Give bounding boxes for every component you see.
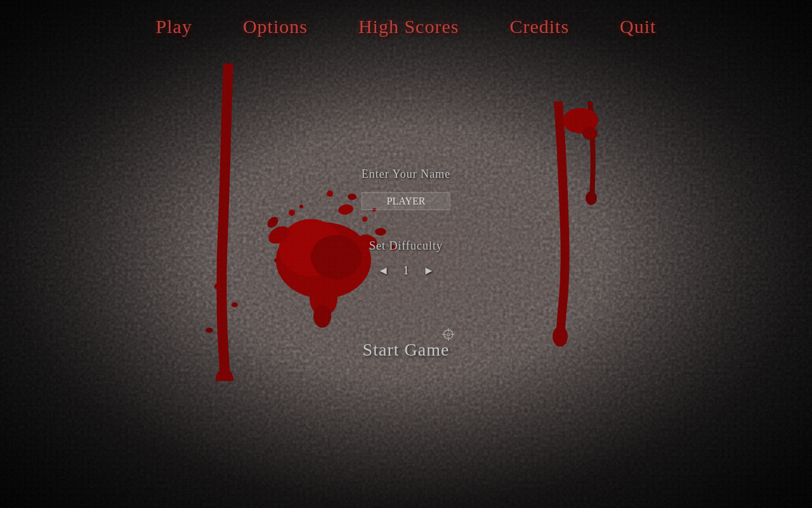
nav-quit[interactable]: Quit [620,16,656,37]
blood-drip-right [520,102,634,356]
difficulty-label: Set Diffuculty [369,239,443,253]
svg-point-17 [289,210,295,216]
difficulty-value: 1 [400,264,412,277]
svg-point-22 [274,258,278,262]
svg-point-5 [586,191,597,205]
svg-point-15 [337,203,354,216]
difficulty-increase-button[interactable]: ► [420,264,438,277]
svg-point-25 [313,305,331,328]
svg-point-10 [311,235,362,279]
start-game-label: Start Game [363,340,450,359]
svg-point-0 [216,368,233,381]
difficulty-decrease-button[interactable]: ◄ [374,264,392,277]
nav-highscores[interactable]: High Scores [358,16,459,37]
name-input[interactable] [362,192,450,210]
svg-point-16 [348,194,357,200]
crosshair-icon [442,328,454,341]
nav-options[interactable]: Options [243,16,308,37]
svg-point-2 [232,302,238,307]
svg-point-3 [206,328,213,333]
difficulty-row: ◄ 1 ► [374,264,438,277]
name-label: Enter Your Name [362,168,450,181]
svg-point-23 [327,190,333,197]
start-game-button[interactable]: Start Game [363,340,450,360]
svg-point-31 [447,333,449,336]
svg-point-4 [553,326,568,347]
svg-point-7 [582,127,598,140]
svg-point-18 [299,204,303,208]
nav-credits[interactable]: Credits [509,16,569,37]
nav-play[interactable]: Play [156,16,192,37]
navigation: Play Options High Scores Credits Quit [0,0,812,53]
main-content: Enter Your Name Set Diffuculty ◄ 1 ► Sta… [362,168,450,360]
